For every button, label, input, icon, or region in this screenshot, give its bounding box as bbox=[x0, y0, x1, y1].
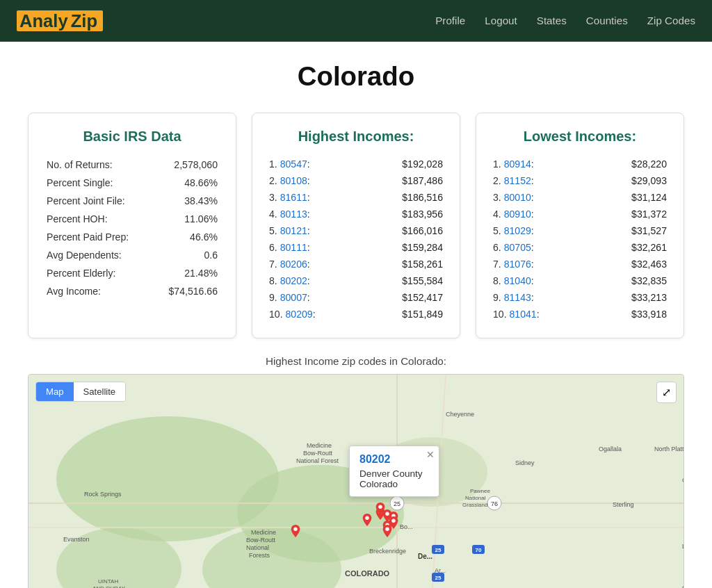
income-rank: 2. 80108: bbox=[269, 175, 310, 186]
map-pin[interactable] bbox=[362, 514, 372, 526]
income-amount: $186,516 bbox=[402, 192, 443, 203]
income-amount: $159,284 bbox=[402, 242, 443, 253]
highest-incomes-card: Highest Incomes: 1. 80547:$192,0282. 801… bbox=[252, 113, 460, 338]
zip-link[interactable]: 80705 bbox=[504, 242, 531, 253]
list-item: 4. 80910:$31,372 bbox=[493, 206, 667, 222]
income-rank: 5. 80121: bbox=[269, 225, 310, 236]
income-rank: 3. 81611: bbox=[269, 192, 310, 203]
highest-income-list: 1. 80547:$192,0282. 80108:$187,4863. 816… bbox=[269, 156, 443, 322]
svg-text:25: 25 bbox=[435, 575, 442, 581]
zip-link[interactable]: 80121 bbox=[280, 225, 307, 236]
zip-link[interactable]: 80113 bbox=[280, 209, 307, 220]
nav-profile[interactable]: Profile bbox=[435, 15, 465, 26]
income-amount: $32,463 bbox=[631, 259, 667, 270]
svg-text:Forests: Forests bbox=[249, 552, 270, 559]
svg-text:National Forest: National Forest bbox=[296, 457, 339, 464]
map-subtitle: Highest Income zip codes in Colorado: bbox=[0, 355, 712, 367]
svg-text:Ogallala: Ogallala bbox=[599, 446, 622, 452]
zip-link[interactable]: 80206 bbox=[280, 259, 307, 270]
list-item: 7. 80206:$158,261 bbox=[269, 256, 443, 272]
zip-link[interactable]: 80111 bbox=[280, 242, 307, 253]
map-popup-zip[interactable]: 80202 bbox=[359, 453, 429, 466]
svg-text:Rock Springs: Rock Springs bbox=[84, 491, 122, 498]
lowest-income-list: 1. 80914:$28,2202. 81152:$29,0933. 80010… bbox=[493, 156, 667, 322]
zip-link[interactable]: 80108 bbox=[280, 175, 307, 186]
income-amount: $32,835 bbox=[631, 275, 667, 286]
map-wrapper: 25 76 Rock Springs Evanston Medicine Bow… bbox=[28, 374, 684, 588]
irs-value: 0.6 bbox=[153, 246, 219, 264]
map-expand-button[interactable]: ⤢ bbox=[656, 382, 677, 403]
zip-link[interactable]: 80910 bbox=[504, 209, 531, 220]
map-pin[interactable] bbox=[382, 509, 392, 522]
income-amount: $31,527 bbox=[631, 225, 667, 236]
zip-link[interactable]: 81040 bbox=[504, 275, 531, 286]
basic-irs-card: Basic IRS Data No. of Returns:2,578,060P… bbox=[28, 113, 236, 338]
irs-value: 11.06% bbox=[153, 210, 219, 228]
map-tab-satellite[interactable]: Satellite bbox=[74, 382, 126, 401]
income-amount: $166,016 bbox=[402, 225, 443, 236]
table-row: Avg Dependents:0.6 bbox=[45, 246, 219, 264]
svg-text:Colby: Colby bbox=[682, 585, 683, 588]
svg-text:Bow-Routt: Bow-Routt bbox=[246, 537, 276, 544]
map-popup: ✕ 80202 Denver County Colorado bbox=[349, 446, 439, 497]
zip-link[interactable]: 81076 bbox=[504, 259, 531, 270]
navbar: AnalyZip Profile Logout States Counties … bbox=[0, 0, 712, 42]
zip-link[interactable]: 80010 bbox=[504, 192, 531, 203]
svg-text:Medicine: Medicine bbox=[251, 529, 276, 536]
map-type-controls: Map Satellite bbox=[35, 382, 126, 402]
income-rank: 4. 80910: bbox=[493, 209, 534, 220]
map-popup-close[interactable]: ✕ bbox=[426, 449, 435, 460]
income-amount: $33,213 bbox=[631, 292, 667, 303]
nav-counties[interactable]: Counties bbox=[586, 15, 628, 26]
svg-text:De...: De... bbox=[418, 553, 432, 560]
irs-value: $74,516.66 bbox=[153, 282, 219, 300]
zip-link[interactable]: 80547 bbox=[280, 158, 307, 170]
zip-link[interactable]: 80914 bbox=[504, 158, 531, 170]
highest-incomes-title: Highest Incomes: bbox=[269, 129, 443, 145]
nav-zipcodes[interactable]: Zip Codes bbox=[647, 15, 695, 26]
list-item: 1. 80547:$192,028 bbox=[269, 156, 443, 172]
table-row: Percent Single:48.66% bbox=[45, 174, 219, 192]
zip-link[interactable]: 81152 bbox=[504, 175, 531, 186]
zip-link[interactable]: 80007 bbox=[280, 292, 307, 303]
svg-text:Gothenburg: Gothenburg bbox=[682, 477, 683, 484]
income-rank: 7. 80206: bbox=[269, 259, 310, 270]
zip-link[interactable]: 80209 bbox=[285, 309, 312, 320]
list-item: 9. 81143:$33,213 bbox=[493, 289, 667, 306]
irs-label: Percent Elderly: bbox=[45, 264, 153, 282]
svg-point-73 bbox=[366, 516, 369, 520]
nav-states[interactable]: States bbox=[537, 15, 567, 26]
table-row: Avg Income:$74,516.66 bbox=[45, 282, 219, 300]
table-row: Percent HOH:11.06% bbox=[45, 210, 219, 228]
nav-logout[interactable]: Logout bbox=[485, 15, 517, 26]
map-pin[interactable] bbox=[291, 525, 300, 537]
list-item: 9. 80007:$152,417 bbox=[269, 289, 443, 306]
svg-text:25: 25 bbox=[435, 547, 442, 553]
zip-link[interactable]: 81041 bbox=[509, 309, 536, 320]
svg-text:76: 76 bbox=[491, 500, 498, 507]
irs-label: Percent HOH: bbox=[45, 210, 153, 228]
list-item: 10. 81041:$33,918 bbox=[493, 306, 667, 322]
list-item: 8. 81040:$32,835 bbox=[493, 272, 667, 289]
irs-label: Avg Income: bbox=[45, 282, 153, 300]
svg-text:70: 70 bbox=[476, 547, 482, 553]
svg-text:Pawnee: Pawnee bbox=[470, 488, 490, 494]
zip-link[interactable]: 81143 bbox=[504, 292, 531, 303]
svg-text:Cheyenne: Cheyenne bbox=[446, 411, 474, 418]
zip-link[interactable]: 81029 bbox=[504, 225, 531, 236]
zip-link[interactable]: 80202 bbox=[280, 275, 307, 286]
svg-text:COLORADO: COLORADO bbox=[345, 569, 390, 578]
logo[interactable]: AnalyZip bbox=[17, 11, 103, 31]
list-item: 1. 80914:$28,220 bbox=[493, 156, 667, 172]
income-amount: $32,261 bbox=[631, 242, 667, 253]
zip-link[interactable]: 81611 bbox=[280, 192, 307, 203]
income-amount: $151,849 bbox=[402, 309, 443, 320]
irs-value: 38.43% bbox=[153, 192, 219, 210]
lowest-incomes-title: Lowest Incomes: bbox=[493, 129, 667, 145]
map-tab-map[interactable]: Map bbox=[36, 382, 74, 401]
list-item: 5. 81029:$31,527 bbox=[493, 222, 667, 239]
svg-text:North Platte: North Platte bbox=[654, 446, 683, 452]
svg-text:Breckenridge: Breckenridge bbox=[369, 548, 406, 555]
irs-label: Percent Single: bbox=[45, 174, 153, 192]
list-item: 6. 80705:$32,261 bbox=[493, 239, 667, 256]
